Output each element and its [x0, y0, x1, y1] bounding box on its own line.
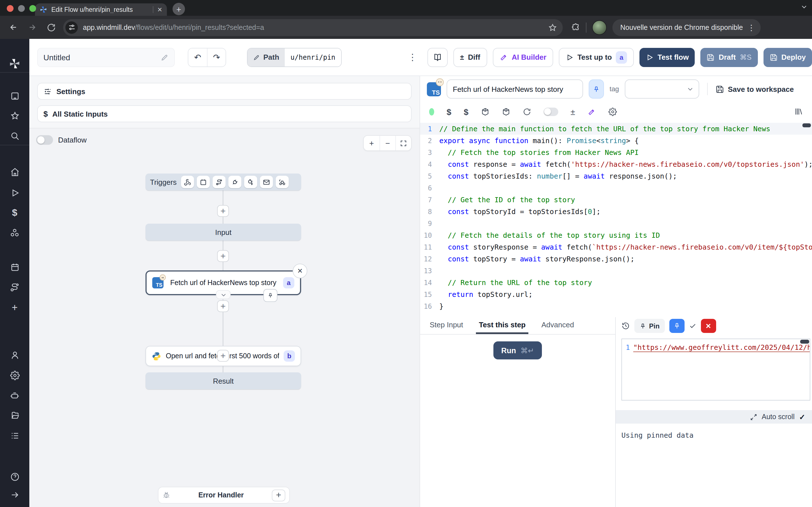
- step-node-a[interactable]: TS Fetch url of HackerNews top story a ✕: [146, 270, 301, 295]
- code-line[interactable]: 14 // Return the URL of the top story: [420, 277, 812, 288]
- sidebar-item-variables[interactable]: $: [6, 204, 24, 222]
- code-line[interactable]: 13: [420, 265, 812, 277]
- sidebar-item-workspace[interactable]: [6, 87, 24, 105]
- minimize-window-button[interactable]: [18, 5, 25, 12]
- vim-mode-toggle[interactable]: [543, 107, 558, 116]
- url-bar[interactable]: app.windmill.dev/flows/edit/u/henri/pin_…: [63, 19, 563, 36]
- run-button[interactable]: Run ⌘↵: [493, 341, 542, 359]
- library-icon[interactable]: [794, 107, 803, 116]
- window-controls[interactable]: [7, 5, 36, 12]
- code-line[interactable]: 10 // Fetch the details of the top story…: [420, 229, 812, 241]
- sidebar-item-audit-logs[interactable]: [6, 427, 24, 445]
- url-text[interactable]: app.windmill.dev/flows/edit/u/henri/pin_…: [83, 23, 543, 31]
- kafka-trigger-button[interactable]: [244, 176, 257, 188]
- close-window-button[interactable]: [7, 5, 13, 12]
- sidebar-item-users[interactable]: [6, 346, 24, 364]
- profile-avatar[interactable]: [592, 20, 607, 35]
- bookmark-star-icon[interactable]: [548, 23, 557, 32]
- code-line[interactable]: 3 // Fetch the top stories from Hacker N…: [420, 147, 812, 158]
- result-node[interactable]: Result: [146, 372, 301, 389]
- tab-step-input[interactable]: Step Input: [429, 318, 464, 331]
- sidebar-item-search[interactable]: [6, 127, 24, 145]
- zoom-in-button[interactable]: +: [364, 136, 379, 151]
- code-line[interactable]: 9: [420, 217, 812, 229]
- sidebar-item-help[interactable]: [6, 467, 24, 486]
- expand-icon[interactable]: [750, 413, 757, 420]
- test-up-to-step-badge[interactable]: a: [616, 51, 627, 63]
- sidebar-item-flows[interactable]: [6, 278, 24, 296]
- flow-settings-button[interactable]: Settings: [37, 83, 412, 100]
- package-icon[interactable]: [481, 107, 489, 116]
- fit-view-button[interactable]: [395, 136, 411, 151]
- sidebar-item-favorites[interactable]: [6, 107, 24, 124]
- delete-step-button[interactable]: ✕: [293, 264, 307, 278]
- add-step-button[interactable]: +: [217, 350, 229, 362]
- browser-tab[interactable]: Edit Flow u/henri/pin_results ✕: [35, 3, 167, 16]
- extensions-icon[interactable]: [571, 22, 580, 32]
- diff-mode-icon[interactable]: ±: [570, 107, 575, 116]
- reload-button[interactable]: [44, 20, 59, 35]
- add-step-button[interactable]: +: [217, 250, 229, 262]
- add-step-button[interactable]: +: [217, 205, 229, 217]
- sidebar-item-folders[interactable]: [6, 406, 24, 424]
- forward-button[interactable]: [25, 20, 40, 35]
- code-line[interactable]: 11 const storyResponse = await fetch(`ht…: [420, 241, 812, 253]
- chrome-update-button[interactable]: Nouvelle version de Chrome disponible ⋮: [612, 19, 761, 36]
- step-pin-badge[interactable]: [263, 289, 277, 302]
- sidebar-item-add[interactable]: +: [6, 298, 24, 317]
- tab-test-this-step[interactable]: Test this step: [478, 318, 526, 331]
- code-line[interactable]: 5 const topStoriesIds: number[] = await …: [420, 170, 812, 182]
- tab-advanced[interactable]: Advanced: [541, 318, 574, 331]
- accept-pin-button[interactable]: [689, 322, 696, 330]
- websocket-trigger-button[interactable]: [229, 176, 241, 188]
- route-trigger-button[interactable]: [213, 176, 225, 188]
- remove-pin-button[interactable]: ✕: [701, 319, 716, 333]
- test-up-to-button[interactable]: Test up to a: [559, 48, 634, 67]
- code-line[interactable]: 2export async function main(): Promise<s…: [420, 135, 812, 147]
- tab-close-icon[interactable]: ✕: [157, 6, 162, 13]
- back-button[interactable]: [6, 20, 20, 35]
- pinned-editor-scrollbar[interactable]: [800, 340, 809, 344]
- code-line[interactable]: 6: [420, 182, 812, 194]
- poll-trigger-button[interactable]: [276, 176, 289, 188]
- pinned-toggle-button[interactable]: [669, 319, 684, 333]
- save-to-workspace-button[interactable]: Save to workspace: [715, 85, 794, 93]
- undo-button[interactable]: ↶: [188, 48, 207, 66]
- pinned-data-line[interactable]: 1 "https://www.geoffreylitt.com/2025/04/…: [622, 342, 810, 353]
- pin-button[interactable]: Pin: [635, 319, 665, 333]
- webhook-trigger-button[interactable]: [181, 176, 194, 188]
- error-handler-node[interactable]: Error Handler +: [158, 487, 290, 504]
- sidebar-item-workers[interactable]: [6, 386, 24, 404]
- browser-menu-icon[interactable]: ⋮: [748, 23, 755, 32]
- sidebar-item-resources[interactable]: [6, 224, 24, 242]
- code-line[interactable]: 16}: [420, 300, 812, 312]
- test-flow-button[interactable]: Test flow: [640, 48, 695, 67]
- tag-select[interactable]: [624, 79, 699, 99]
- code-line[interactable]: 1// Define the main function to fetch th…: [420, 123, 812, 135]
- windmill-logo[interactable]: [6, 55, 24, 73]
- deploy-button[interactable]: Deploy: [763, 48, 812, 67]
- all-static-inputs-button[interactable]: $ All Static Inputs: [37, 105, 412, 122]
- zoom-out-button[interactable]: −: [379, 136, 395, 151]
- sidebar-item-settings[interactable]: [6, 366, 24, 384]
- tab-search-button[interactable]: [801, 3, 808, 10]
- triggers-node[interactable]: Triggers: [146, 173, 301, 190]
- input-node[interactable]: Input: [146, 224, 301, 240]
- code-line[interactable]: 12 const topStory = await storyResponse.…: [420, 253, 812, 265]
- site-settings-icon[interactable]: [65, 21, 78, 34]
- flow-graph-canvas[interactable]: Dataflow + − + + + +: [29, 128, 419, 507]
- collapse-step-button[interactable]: [216, 290, 231, 299]
- redo-button[interactable]: ↷: [207, 48, 225, 66]
- package-icon-2[interactable]: [502, 107, 510, 116]
- editor-settings-icon[interactable]: [608, 107, 617, 116]
- add-variable-icon[interactable]: $: [447, 107, 451, 116]
- sidebar-collapse-button[interactable]: [6, 486, 24, 504]
- add-error-handler-button[interactable]: +: [272, 489, 285, 501]
- ai-builder-button[interactable]: AI Builder: [493, 48, 553, 67]
- email-trigger-button[interactable]: [260, 176, 273, 188]
- pin-step-button[interactable]: [589, 79, 604, 99]
- docs-button[interactable]: [427, 48, 448, 67]
- zoom-window-button[interactable]: [29, 5, 36, 12]
- code-line[interactable]: 15 return topStory.url;: [420, 288, 812, 300]
- sidebar-item-home[interactable]: [6, 163, 24, 181]
